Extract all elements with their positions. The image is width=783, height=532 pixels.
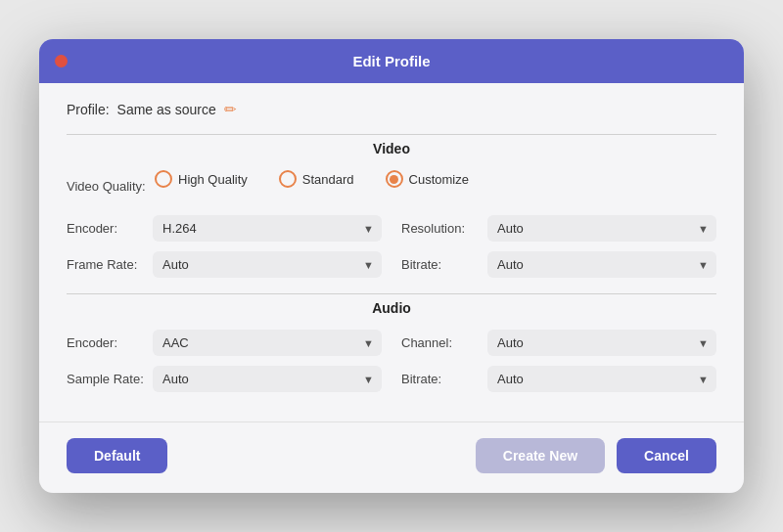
video-resolution-field: Resolution: Auto 1080p 720p 480p ▼ (401, 215, 716, 242)
radio-standard-label: Standard (302, 172, 354, 187)
video-divider (67, 134, 716, 135)
radio-customize[interactable]: Customize (386, 170, 469, 188)
footer-right-buttons: Create New Cancel (476, 438, 716, 473)
audio-samplerate-field: Sample Rate: Auto 44100 48000 ▼ (67, 366, 382, 392)
create-new-button[interactable]: Create New (476, 438, 605, 473)
video-encoder-label: Encoder: (67, 221, 153, 236)
video-framerate-select-wrapper: Auto 24 30 60 ▼ (153, 251, 382, 278)
audio-samplerate-label: Sample Rate: (67, 372, 153, 386)
video-framerate-field: Frame Rate: Auto 24 30 60 ▼ (67, 251, 382, 278)
audio-bitrate-select-wrapper: Auto 128k 192k 320k ▼ (487, 366, 716, 392)
video-quality-row: Video Quality: High Quality Standard Cus… (67, 170, 716, 201)
audio-section: Audio Encoder: AAC MP3 AC3 ▼ (67, 293, 716, 392)
radio-circle-customize (386, 170, 403, 188)
radio-customize-label: Customize (409, 172, 469, 187)
edit-profile-dialog: Edit Profile Profile: Same as source ✏ V… (39, 39, 744, 493)
video-quality-radio-group: High Quality Standard Customize (155, 170, 469, 188)
video-encoder-select-wrapper: H.264 H.265 MPEG-4 ▼ (153, 215, 382, 242)
traffic-lights (55, 55, 107, 67)
audio-bitrate-label: Bitrate: (401, 372, 487, 386)
video-resolution-select-wrapper: Auto 1080p 720p 480p ▼ (487, 215, 716, 242)
audio-channel-label: Channel: (401, 335, 487, 350)
dialog-title: Edit Profile (352, 53, 430, 69)
radio-high-quality[interactable]: High Quality (155, 170, 248, 188)
radio-circle-high (155, 170, 172, 188)
audio-bitrate-select[interactable]: Auto 128k 192k 320k (487, 366, 716, 392)
video-framerate-label: Frame Rate: (67, 257, 153, 272)
radio-circle-standard (279, 170, 297, 188)
default-button[interactable]: Default (67, 438, 167, 473)
video-quality-label: Video Quality: (67, 179, 155, 194)
profile-label: Profile: (67, 102, 110, 117)
audio-bitrate-field: Bitrate: Auto 128k 192k 320k ▼ (401, 366, 716, 392)
video-bitrate-field: Bitrate: Auto High Medium Low ▼ (401, 251, 716, 278)
audio-encoder-select-wrapper: AAC MP3 AC3 ▼ (153, 330, 382, 356)
audio-samplerate-select[interactable]: Auto 44100 48000 (153, 366, 382, 392)
audio-samplerate-select-wrapper: Auto 44100 48000 ▼ (153, 366, 382, 392)
audio-channel-field: Channel: Auto Stereo Mono ▼ (401, 330, 716, 356)
audio-channel-select-wrapper: Auto Stereo Mono ▼ (487, 330, 716, 356)
audio-divider (67, 293, 716, 294)
audio-section-title: Audio (67, 300, 716, 316)
title-bar: Edit Profile (39, 39, 744, 83)
audio-fields-grid: Encoder: AAC MP3 AC3 ▼ Channel: (67, 330, 716, 392)
video-bitrate-label: Bitrate: (401, 257, 487, 272)
video-resolution-label: Resolution: (401, 221, 487, 236)
video-bitrate-select-wrapper: Auto High Medium Low ▼ (487, 251, 716, 278)
video-bitrate-select[interactable]: Auto High Medium Low (487, 251, 716, 278)
radio-high-label: High Quality (178, 172, 248, 187)
dialog-content: Profile: Same as source ✏ Video Video Qu… (39, 83, 744, 421)
cancel-button[interactable]: Cancel (617, 438, 716, 473)
audio-encoder-field: Encoder: AAC MP3 AC3 ▼ (67, 330, 382, 356)
video-encoder-select[interactable]: H.264 H.265 MPEG-4 (153, 215, 382, 242)
video-fields-grid: Encoder: H.264 H.265 MPEG-4 ▼ Resolution… (67, 215, 716, 278)
dialog-footer: Default Create New Cancel (39, 421, 744, 493)
radio-standard[interactable]: Standard (279, 170, 354, 188)
video-encoder-field: Encoder: H.264 H.265 MPEG-4 ▼ (67, 215, 382, 242)
audio-encoder-label: Encoder: (67, 335, 153, 350)
video-framerate-select[interactable]: Auto 24 30 60 (153, 251, 382, 278)
profile-value: Same as source (117, 102, 216, 117)
profile-row: Profile: Same as source ✏ (67, 101, 716, 118)
edit-profile-icon[interactable]: ✏ (224, 101, 237, 118)
video-section-title: Video (67, 141, 716, 156)
audio-channel-select[interactable]: Auto Stereo Mono (487, 330, 716, 356)
close-button[interactable] (55, 55, 68, 67)
audio-encoder-select[interactable]: AAC MP3 AC3 (153, 330, 382, 356)
video-resolution-select[interactable]: Auto 1080p 720p 480p (487, 215, 716, 242)
